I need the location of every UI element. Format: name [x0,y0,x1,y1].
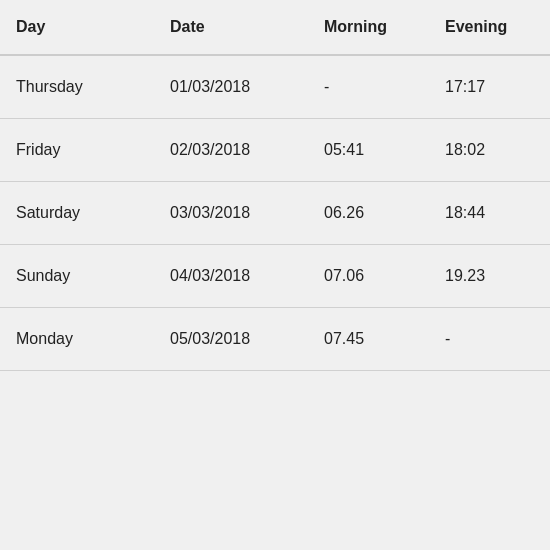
schedule-table: Day Date Morning Evening Thursday01/03/2… [0,0,550,371]
cell-evening: 19.23 [429,245,550,308]
header-morning: Morning [308,0,429,55]
cell-date: 01/03/2018 [154,55,308,119]
table-header-row: Day Date Morning Evening [0,0,550,55]
cell-day: Sunday [0,245,154,308]
cell-day: Monday [0,308,154,371]
cell-morning: 05:41 [308,119,429,182]
cell-morning: 07.45 [308,308,429,371]
cell-evening: 18:02 [429,119,550,182]
cell-morning: 07.06 [308,245,429,308]
cell-morning: 06.26 [308,182,429,245]
schedule-table-container: Day Date Morning Evening Thursday01/03/2… [0,0,550,550]
header-date: Date [154,0,308,55]
cell-evening: 17:17 [429,55,550,119]
table-row: Sunday04/03/201807.0619.23 [0,245,550,308]
table-row: Saturday03/03/201806.2618:44 [0,182,550,245]
cell-morning: - [308,55,429,119]
table-row: Thursday01/03/2018-17:17 [0,55,550,119]
cell-day: Saturday [0,182,154,245]
header-day: Day [0,0,154,55]
cell-date: 05/03/2018 [154,308,308,371]
cell-day: Friday [0,119,154,182]
table-row: Monday05/03/201807.45- [0,308,550,371]
table-row: Friday02/03/201805:4118:02 [0,119,550,182]
cell-evening: 18:44 [429,182,550,245]
cell-evening: - [429,308,550,371]
cell-date: 04/03/2018 [154,245,308,308]
cell-date: 02/03/2018 [154,119,308,182]
header-evening: Evening [429,0,550,55]
cell-date: 03/03/2018 [154,182,308,245]
cell-day: Thursday [0,55,154,119]
